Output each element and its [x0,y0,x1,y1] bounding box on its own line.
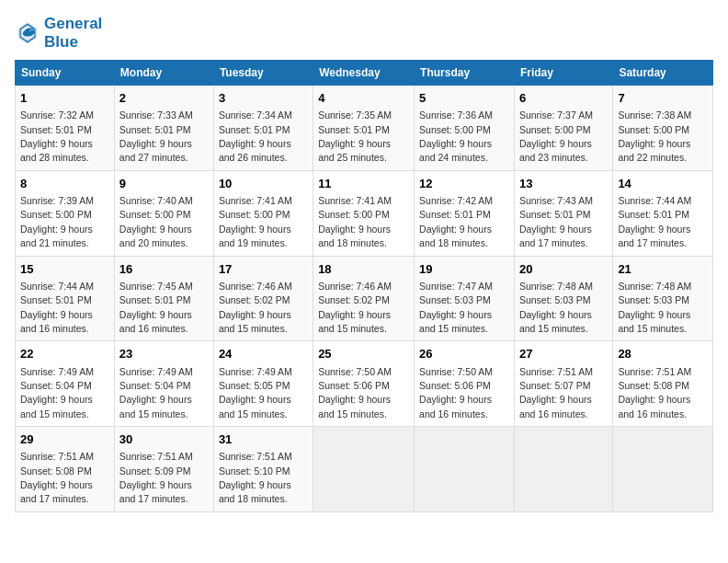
day-number: 20 [519,261,608,278]
day-info: Sunrise: 7:47 AMSunset: 5:03 PMDaylight:… [419,281,493,334]
calendar-cell [613,427,713,512]
logo: General Blue [15,15,102,51]
day-info: Sunrise: 7:45 AMSunset: 5:01 PMDaylight:… [119,281,193,334]
calendar-cell: 22Sunrise: 7:49 AMSunset: 5:04 PMDayligh… [16,341,115,427]
calendar-cell: 14Sunrise: 7:44 AMSunset: 5:01 PMDayligh… [613,170,713,256]
header-cell-sunday: Sunday [16,61,115,86]
day-number: 18 [318,261,409,278]
day-number: 30 [119,431,209,448]
day-info: Sunrise: 7:35 AMSunset: 5:01 PMDaylight:… [318,109,392,163]
calendar-cell: 19Sunrise: 7:47 AMSunset: 5:03 PMDayligh… [415,256,515,341]
day-info: Sunrise: 7:33 AMSunset: 5:01 PMDaylight:… [119,109,193,163]
calendar-cell: 27Sunrise: 7:51 AMSunset: 5:07 PMDayligh… [514,341,612,427]
calendar-cell: 15Sunrise: 7:44 AMSunset: 5:01 PMDayligh… [16,256,115,341]
calendar-cell: 5Sunrise: 7:36 AMSunset: 5:00 PMDaylight… [415,86,515,171]
calendar-cell: 1Sunrise: 7:32 AMSunset: 5:01 PMDaylight… [16,86,115,171]
day-info: Sunrise: 7:49 AMSunset: 5:05 PMDaylight:… [219,366,292,419]
calendar-week-5: 29Sunrise: 7:51 AMSunset: 5:08 PMDayligh… [16,427,713,512]
calendar-cell: 9Sunrise: 7:40 AMSunset: 5:00 PMDaylight… [114,170,213,256]
calendar-cell: 3Sunrise: 7:34 AMSunset: 5:01 PMDaylight… [213,86,313,171]
day-number: 26 [419,346,509,362]
calendar-week-3: 15Sunrise: 7:44 AMSunset: 5:01 PMDayligh… [16,256,713,341]
day-info: Sunrise: 7:51 AMSunset: 5:09 PMDaylight:… [119,451,193,504]
calendar-week-4: 22Sunrise: 7:49 AMSunset: 5:04 PMDayligh… [16,341,713,427]
day-number: 7 [618,90,708,107]
day-number: 24 [219,346,308,362]
header-cell-saturday: Saturday [613,61,713,86]
day-info: Sunrise: 7:50 AMSunset: 5:06 PMDaylight:… [419,366,493,419]
day-number: 23 [119,346,209,362]
calendar-cell: 31Sunrise: 7:51 AMSunset: 5:10 PMDayligh… [213,427,313,512]
calendar-week-2: 8Sunrise: 7:39 AMSunset: 5:00 PMDaylight… [16,170,713,256]
day-number: 11 [318,176,409,192]
header-cell-thursday: Thursday [415,61,515,86]
day-info: Sunrise: 7:44 AMSunset: 5:01 PMDaylight:… [618,195,691,248]
day-info: Sunrise: 7:32 AMSunset: 5:01 PMDaylight:… [20,109,94,163]
calendar-cell: 10Sunrise: 7:41 AMSunset: 5:00 PMDayligh… [213,170,313,256]
header: General Blue [15,15,713,51]
calendar-cell [514,427,612,512]
day-info: Sunrise: 7:36 AMSunset: 5:00 PMDaylight:… [419,109,493,163]
calendar-cell: 18Sunrise: 7:46 AMSunset: 5:02 PMDayligh… [313,256,415,341]
day-info: Sunrise: 7:41 AMSunset: 5:00 PMDaylight:… [318,195,392,248]
day-info: Sunrise: 7:50 AMSunset: 5:06 PMDaylight:… [318,366,392,419]
calendar-cell: 29Sunrise: 7:51 AMSunset: 5:08 PMDayligh… [16,427,115,512]
day-number: 10 [219,176,308,192]
calendar-cell: 20Sunrise: 7:48 AMSunset: 5:03 PMDayligh… [514,256,612,341]
calendar-cell: 7Sunrise: 7:38 AMSunset: 5:00 PMDaylight… [613,86,713,171]
day-info: Sunrise: 7:48 AMSunset: 5:03 PMDaylight:… [618,281,691,334]
day-number: 3 [219,90,308,107]
day-info: Sunrise: 7:39 AMSunset: 5:00 PMDaylight:… [20,195,94,248]
day-number: 1 [20,90,109,107]
day-number: 22 [20,346,109,362]
day-number: 14 [618,176,708,192]
day-info: Sunrise: 7:44 AMSunset: 5:01 PMDaylight:… [20,281,94,334]
day-number: 16 [119,261,209,278]
day-number: 28 [618,346,708,362]
calendar-cell: 21Sunrise: 7:48 AMSunset: 5:03 PMDayligh… [613,256,713,341]
day-info: Sunrise: 7:51 AMSunset: 5:07 PMDaylight:… [519,366,593,419]
day-number: 27 [519,346,608,362]
day-number: 9 [119,176,209,192]
calendar-body: 1Sunrise: 7:32 AMSunset: 5:01 PMDaylight… [16,86,713,512]
day-info: Sunrise: 7:51 AMSunset: 5:10 PMDaylight:… [219,451,292,504]
day-info: Sunrise: 7:38 AMSunset: 5:00 PMDaylight:… [618,109,691,163]
calendar-cell: 12Sunrise: 7:42 AMSunset: 5:01 PMDayligh… [415,170,515,256]
header-cell-friday: Friday [514,61,612,86]
day-info: Sunrise: 7:37 AMSunset: 5:00 PMDaylight:… [519,109,593,163]
day-info: Sunrise: 7:49 AMSunset: 5:04 PMDaylight:… [119,366,193,419]
day-number: 6 [519,90,608,107]
day-number: 2 [119,90,209,107]
calendar-cell: 6Sunrise: 7:37 AMSunset: 5:00 PMDaylight… [514,86,612,171]
page-container: General Blue SundayMondayTuesdayWednesda… [0,0,728,522]
calendar-cell: 2Sunrise: 7:33 AMSunset: 5:01 PMDaylight… [114,86,213,171]
day-number: 25 [318,346,409,362]
calendar-cell: 25Sunrise: 7:50 AMSunset: 5:06 PMDayligh… [313,341,415,427]
calendar-table: SundayMondayTuesdayWednesdayThursdayFrid… [15,60,713,512]
header-cell-tuesday: Tuesday [213,61,313,86]
calendar-cell: 28Sunrise: 7:51 AMSunset: 5:08 PMDayligh… [613,341,713,427]
day-info: Sunrise: 7:46 AMSunset: 5:02 PMDaylight:… [219,281,292,334]
day-number: 8 [20,176,109,192]
day-info: Sunrise: 7:49 AMSunset: 5:04 PMDaylight:… [20,366,94,419]
calendar-cell: 4Sunrise: 7:35 AMSunset: 5:01 PMDaylight… [313,86,415,171]
calendar-cell: 11Sunrise: 7:41 AMSunset: 5:00 PMDayligh… [313,170,415,256]
day-info: Sunrise: 7:41 AMSunset: 5:00 PMDaylight:… [219,195,292,248]
calendar-cell: 8Sunrise: 7:39 AMSunset: 5:00 PMDaylight… [16,170,115,256]
day-info: Sunrise: 7:48 AMSunset: 5:03 PMDaylight:… [519,281,593,334]
day-number: 29 [20,431,109,448]
day-number: 17 [219,261,308,278]
day-info: Sunrise: 7:51 AMSunset: 5:08 PMDaylight:… [20,451,94,504]
day-info: Sunrise: 7:42 AMSunset: 5:01 PMDaylight:… [419,195,493,248]
day-number: 19 [419,261,509,278]
calendar-cell: 23Sunrise: 7:49 AMSunset: 5:04 PMDayligh… [114,341,213,427]
day-number: 5 [419,90,509,107]
day-info: Sunrise: 7:34 AMSunset: 5:01 PMDaylight:… [219,109,292,163]
header-cell-monday: Monday [114,61,213,86]
calendar-cell: 17Sunrise: 7:46 AMSunset: 5:02 PMDayligh… [213,256,313,341]
day-number: 21 [618,261,708,278]
day-number: 13 [519,176,608,192]
day-info: Sunrise: 7:51 AMSunset: 5:08 PMDaylight:… [618,366,691,419]
day-info: Sunrise: 7:40 AMSunset: 5:00 PMDaylight:… [119,195,193,248]
calendar-cell [313,427,415,512]
